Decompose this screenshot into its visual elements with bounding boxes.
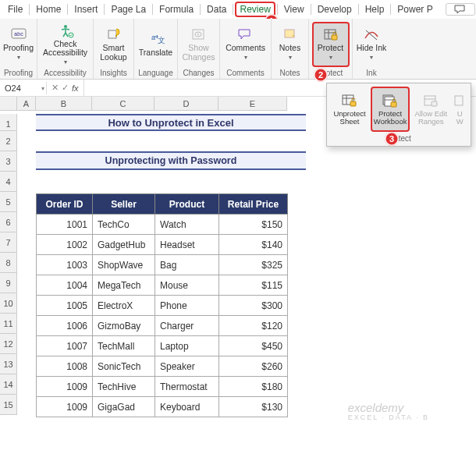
cell-seller[interactable]: ElectroX (93, 296, 155, 316)
cell-seller[interactable]: GizmoBay (93, 316, 155, 336)
row-header[interactable]: 15 (0, 395, 17, 415)
tab-review[interactable]: Review 1 (235, 2, 275, 17)
unprotect-sheet-button[interactable]: Unprotect Sheet (330, 87, 369, 132)
row-header[interactable]: 10 (0, 293, 17, 314)
tab-data[interactable]: Data (202, 2, 231, 17)
table-row[interactable]: 1008SonicTechSpeaker$260 (37, 356, 288, 377)
row-header[interactable]: 13 (0, 354, 17, 374)
row-header[interactable]: 5 (0, 192, 17, 212)
tab-help[interactable]: Help (361, 2, 389, 17)
check-accessibility-button[interactable]: Check Accessibility ▾ (40, 22, 91, 67)
cell-price[interactable]: $130 (219, 397, 288, 417)
row-header[interactable]: 6 (0, 212, 17, 232)
row-header[interactable]: 9 (0, 273, 17, 293)
translate-button[interactable]: a文 Translate (136, 22, 176, 67)
notes-button[interactable]: Notes ▾ (272, 22, 309, 67)
row-header[interactable]: 14 (0, 374, 17, 395)
cell-product[interactable]: Charger (155, 316, 219, 336)
cell-order-id[interactable]: 1008 (37, 356, 93, 377)
cell-order-id[interactable]: 1006 (37, 316, 93, 336)
cell-order-id[interactable]: 1004 (37, 275, 93, 296)
row-header[interactable]: 1 (0, 114, 17, 131)
cell-order-id[interactable]: 1009 (37, 397, 93, 417)
tab-formula[interactable]: Formula (155, 2, 198, 17)
table-row[interactable]: 1005ElectroXPhone$300 (37, 296, 288, 316)
col-header-d[interactable]: D (155, 97, 218, 111)
cell-seller[interactable]: TechHive (93, 377, 155, 397)
cell-product[interactable]: Speaker (155, 356, 219, 377)
protect-button[interactable]: Protect ▾ (312, 22, 350, 67)
tab-power-pivot[interactable]: Power P (393, 2, 437, 17)
hide-ink-button[interactable]: Hide Ink ▾ (353, 22, 390, 67)
proofing-button[interactable]: abc Proofing ▾ (0, 22, 37, 67)
tab-page-layout[interactable]: Page La (106, 2, 151, 17)
cell-order-id[interactable]: 1005 (37, 296, 93, 316)
cell-price[interactable]: $140 (219, 235, 288, 255)
select-all-corner[interactable] (0, 97, 17, 111)
table-row[interactable]: 1009TechHiveThermostat$180 (37, 377, 288, 397)
table-row[interactable]: 1007TechMallLaptop$450 (37, 336, 288, 356)
col-header-a[interactable]: A (17, 97, 36, 111)
table-row[interactable]: 1009GigaGadKeyboard$130 (37, 397, 288, 417)
tab-home[interactable]: Home (31, 2, 66, 17)
cell-price[interactable]: $450 (219, 336, 288, 356)
col-header-e[interactable]: E (218, 97, 287, 111)
table-row[interactable]: 1002GadgetHubHeadset$140 (37, 235, 288, 255)
row-header[interactable]: 3 (0, 151, 17, 172)
table-row[interactable]: 1006GizmoBayCharger$120 (37, 316, 288, 336)
tab-view[interactable]: View (279, 2, 309, 17)
smart-lookup-button[interactable]: Smart Lookup (95, 22, 133, 67)
row-header[interactable]: 8 (0, 253, 17, 273)
protect-workbook-button[interactable]: Protect Workbook 3 (371, 87, 410, 132)
cell-product[interactable]: Keyboard (155, 397, 219, 417)
cell-price[interactable]: $120 (219, 316, 288, 336)
cell-product[interactable]: Bag (155, 255, 219, 275)
cell-product[interactable]: Mouse (155, 275, 219, 296)
cell-seller[interactable]: TechMall (93, 336, 155, 356)
tab-insert[interactable]: Insert (69, 2, 102, 17)
row-header[interactable]: 12 (0, 334, 17, 354)
enter-formula-icon[interactable]: ✓ (62, 83, 69, 93)
cell-product[interactable]: Laptop (155, 336, 219, 356)
cell-order-id[interactable]: 1001 (37, 215, 93, 235)
col-header-b[interactable]: B (36, 97, 92, 111)
table-row[interactable]: 1003ShopWaveBag$325 (37, 255, 288, 275)
cell-order-id[interactable]: 1002 (37, 235, 93, 255)
cell-seller[interactable]: TechCo (93, 215, 155, 235)
row-header[interactable]: 2 (0, 131, 17, 151)
comments-pane-button[interactable] (446, 3, 475, 16)
cell-price[interactable]: $260 (219, 356, 288, 377)
row-header[interactable]: 11 (0, 314, 17, 334)
formula-bar[interactable] (83, 80, 115, 96)
cell-price[interactable]: $115 (219, 275, 288, 296)
row-header[interactable]: 7 (0, 232, 17, 253)
cell-order-id[interactable]: 1007 (37, 336, 93, 356)
allow-edit-ranges-button[interactable]: Allow Edit Ranges (411, 87, 450, 132)
name-box[interactable]: O24 ▾ (0, 82, 47, 94)
cell-product[interactable]: Headset (155, 235, 219, 255)
col-header-c[interactable]: C (92, 97, 155, 111)
table-row[interactable]: 1004MegaTechMouse$115 (37, 275, 288, 296)
cell-seller[interactable]: MegaTech (93, 275, 155, 296)
cell-price[interactable]: $180 (219, 377, 288, 397)
cell-product[interactable]: Phone (155, 296, 219, 316)
cell-price[interactable]: $325 (219, 255, 288, 275)
cell-price[interactable]: $150 (219, 215, 288, 235)
unshare-workbook-button[interactable]: U W (452, 87, 467, 132)
cell-seller[interactable]: GigaGad (93, 397, 155, 417)
show-changes-button[interactable]: Show Changes (179, 22, 218, 67)
cell-seller[interactable]: ShopWave (93, 255, 155, 275)
cell-order-id[interactable]: 1009 (37, 377, 93, 397)
cell-seller[interactable]: GadgetHub (93, 235, 155, 255)
comments-button[interactable]: Comments ▾ (222, 22, 268, 67)
cell-price[interactable]: $300 (219, 296, 288, 316)
tab-develop[interactable]: Develop (313, 2, 357, 17)
tab-file[interactable]: File (3, 2, 27, 17)
cancel-formula-icon[interactable]: ✕ (52, 83, 59, 93)
row-header[interactable]: 4 (0, 172, 17, 192)
cell-product[interactable]: Watch (155, 215, 219, 235)
table-row[interactable]: 1001TechCoWatch$150 (37, 215, 288, 235)
cell-seller[interactable]: SonicTech (93, 356, 155, 377)
cell-order-id[interactable]: 1003 (37, 255, 93, 275)
fx-icon[interactable]: fx (72, 83, 79, 93)
